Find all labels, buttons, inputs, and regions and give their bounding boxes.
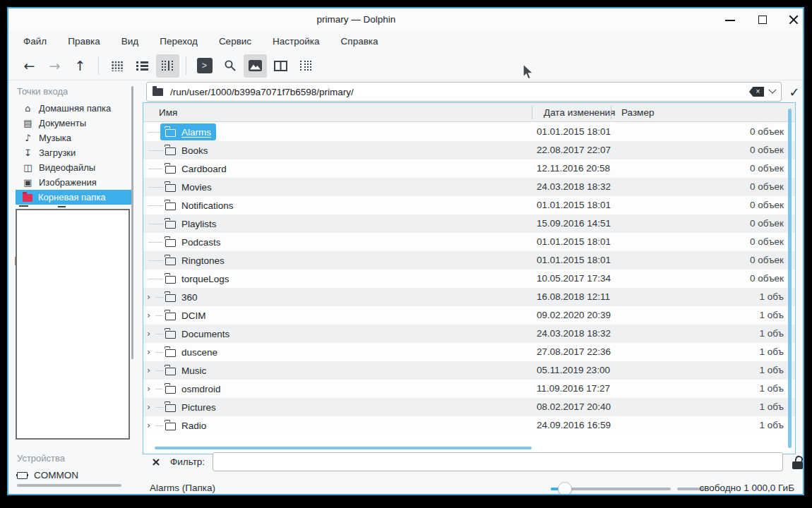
file-name-cell[interactable]: Ringtones [160,252,229,269]
file-name-cell[interactable]: Documents [160,325,234,342]
place-item[interactable]: ▣ Изображения [16,175,133,190]
table-row[interactable]: › Pictures 08.02.2017 20:40 1 объ [143,398,795,416]
place-item[interactable]: ◫ Видеофайлы [16,160,133,175]
filter-input[interactable] [213,452,783,471]
file-name-cell[interactable]: Notifications [160,197,239,214]
table-row[interactable]: › Podcasts 01.01.2015 18:01 0 объек [143,233,795,251]
table-row[interactable]: › osmdroid 11.09.2016 17:27 1 объ [143,380,795,398]
column-header-name[interactable]: Имя [159,103,177,122]
device-item-common[interactable]: COMMON [17,470,78,480]
table-row[interactable]: › Radio 24.09.2016 16:59 1 объ [143,416,795,435]
back-button[interactable]: ← [18,54,41,78]
up-button[interactable]: ↑ [68,54,92,78]
icons-view-button[interactable] [105,54,129,78]
file-name-cell[interactable]: Music [160,362,211,379]
horizontal-scrollbar[interactable] [155,447,532,449]
titlebar[interactable]: primary — Dolphin [8,8,803,31]
place-item[interactable]: ▤ Документы [16,116,133,131]
vertical-scrollbar[interactable] [788,109,792,448]
table-row[interactable]: › torqueLogs 10.05.2017 17:34 0 объек [143,270,795,288]
file-name-cell[interactable]: osmdroid [160,380,226,397]
file-name-cell[interactable]: DCIM [160,307,211,324]
table-row[interactable]: › Alarms 01.01.2015 18:01 0 объек [143,123,795,141]
file-size: 1 объ [760,398,784,416]
compact-view-icon [136,61,148,71]
file-name-cell[interactable]: Books [160,142,213,159]
table-row[interactable]: › duscene 27.08.2017 22:36 1 объ [143,343,795,361]
file-name-cell[interactable]: Alarms [160,123,216,140]
table-row[interactable]: › Ringtones 01.01.2015 18:01 0 объек [143,251,795,270]
chevron-down-icon[interactable] [768,86,776,94]
menu-item[interactable]: Правка [68,36,100,47]
expander-icon[interactable]: › [147,346,150,357]
file-name-cell[interactable]: torqueLogs [160,270,234,287]
close-button[interactable] [782,8,804,31]
expander-icon[interactable]: › [147,365,150,375]
clear-location-button[interactable]: × [749,87,764,97]
file-name-cell[interactable]: Podcasts [160,234,226,250]
arrow-right-icon: → [49,58,61,73]
folder-icon [165,276,176,284]
folder-icon [165,423,176,430]
file-name-cell[interactable]: Playlists [160,215,222,232]
table-row[interactable]: › Movies 24.03.2018 18:32 0 объек [143,178,795,196]
root-folder-icon [23,194,32,202]
table-header: Имя Дата изменения Размер [143,103,795,122]
expander-icon[interactable]: › [147,420,150,430]
lock-icon[interactable] [792,461,803,469]
compact-view-button[interactable] [131,54,154,78]
apply-location-button[interactable]: ✓ [785,82,804,102]
minimize-button[interactable] [718,8,742,31]
table-row[interactable]: › Documents 24.03.2018 18:32 1 объ [143,325,795,343]
file-date: 01.01.2015 18:01 [537,123,611,141]
terminal-button[interactable]: > [193,54,216,78]
file-name-cell[interactable]: Pictures [160,399,221,416]
file-name-cell[interactable]: Radio [160,417,211,434]
location-bar[interactable]: /run/user/1000/b399a7071f7b6598/primary/… [146,82,782,102]
sidebar-scrollbar[interactable] [131,86,133,359]
close-filter-icon[interactable] [152,458,160,466]
place-item[interactable]: ♪ Музыка [16,131,133,145]
panels-button[interactable] [294,54,318,78]
menu-item[interactable]: Настройка [273,36,319,47]
table-row[interactable]: › Playlists 15.09.2016 14:51 0 объек [143,214,795,233]
place-item[interactable]: ↧ Загрузки [16,145,133,160]
file-name-cell[interactable]: Cardboard [160,160,232,177]
menu-item[interactable]: Переход [160,36,198,47]
forward-button[interactable]: → [43,54,66,78]
folder-icon [165,184,176,192]
expander-icon[interactable]: › [147,291,150,302]
expander-icon[interactable]: › [147,401,150,412]
expander-icon[interactable]: › [147,328,150,339]
file-name-cell[interactable]: Movies [160,179,217,195]
file-name-cell[interactable]: duscene [160,344,222,361]
table-row[interactable]: › Notifications 01.01.2015 18:01 0 объек [143,196,795,214]
place-item[interactable]: Корневая папка [16,190,133,205]
menu-item[interactable]: Файл [23,36,47,47]
details-view-button[interactable] [156,54,179,78]
column-header-date[interactable]: Дата изменения [544,103,615,122]
table-row[interactable]: › Books 22.08.2017 22:07 0 объек [143,141,795,159]
table-row[interactable]: › Music 05.11.2019 23:00 1 объ [143,361,795,380]
file-name: Radio [181,421,206,431]
folder-icon [165,313,176,320]
preview-button[interactable] [244,54,267,78]
expander-icon[interactable]: › [147,310,150,320]
place-item[interactable]: ⌂ Домашняя папка [16,101,133,116]
file-date: 27.08.2017 22:36 [537,343,611,361]
split-view-button[interactable] [269,54,292,78]
table-row[interactable]: › Cardboard 12.11.2016 20:58 0 объек [143,159,795,178]
menu-item[interactable]: Сервис [219,36,251,47]
maximize-button[interactable] [751,8,775,31]
table-row[interactable]: › 360 16.08.2018 12:11 1 объ [143,288,795,306]
table-row[interactable]: › DCIM 09.02.2020 20:39 1 объ [143,306,795,325]
search-button[interactable] [218,54,241,78]
menu-item[interactable]: Вид [121,36,138,47]
location-path[interactable]: /run/user/1000/b399a7071f7b6598/primary/ [170,87,749,97]
zoom-slider-handle[interactable] [558,482,572,495]
file-name-cell[interactable]: 360 [160,289,203,306]
expander-icon[interactable]: › [147,383,150,394]
file-name: 360 [181,292,198,303]
column-header-size[interactable]: Размер [621,103,654,122]
menu-item[interactable]: Справка [341,36,378,47]
